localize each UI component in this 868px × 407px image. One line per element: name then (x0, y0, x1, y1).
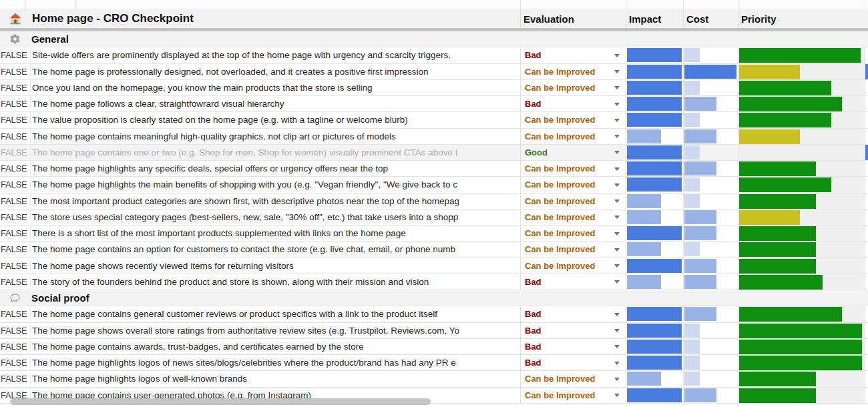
priority-cell[interactable] (738, 112, 865, 127)
impact-cell[interactable] (626, 242, 683, 257)
priority-cell[interactable] (738, 210, 865, 225)
item-text-cell[interactable]: The home page highlights any specific de… (30, 161, 520, 176)
impact-cell[interactable] (626, 388, 683, 403)
evaluation-dropdown[interactable]: Can be Improved (520, 64, 626, 79)
item-text-cell[interactable]: The home page contains meaningful high-q… (30, 129, 520, 144)
impact-cell[interactable] (626, 96, 683, 111)
cost-cell[interactable] (683, 339, 738, 354)
cost-cell[interactable] (683, 274, 738, 290)
impact-cell[interactable] (626, 177, 683, 192)
item-text-cell[interactable]: The home page contains general customer … (30, 306, 520, 322)
evaluation-dropdown[interactable]: Bad (520, 274, 626, 290)
item-text-cell[interactable]: The value proposition is clearly stated … (30, 112, 520, 127)
item-text-cell[interactable]: The home page contains one or two (e.g. … (30, 145, 520, 160)
priority-cell[interactable] (738, 355, 865, 370)
priority-cell[interactable] (738, 161, 865, 176)
evaluation-dropdown[interactable]: Bad (520, 355, 626, 370)
impact-cell[interactable] (626, 112, 683, 127)
item-text-cell[interactable]: The home page is professionally designed… (30, 64, 520, 79)
evaluation-dropdown[interactable]: Can be Improved (520, 210, 626, 225)
impact-cell[interactable] (626, 193, 683, 209)
impact-cell[interactable] (626, 274, 683, 290)
cost-cell[interactable] (683, 258, 738, 274)
item-text-cell[interactable]: The most important product categories ar… (30, 193, 520, 209)
priority-cell[interactable] (738, 64, 865, 79)
evaluation-dropdown[interactable]: Can be Improved (520, 177, 626, 192)
impact-cell[interactable] (626, 306, 683, 322)
item-text-cell[interactable]: There is a short list of the most import… (30, 226, 520, 241)
evaluation-dropdown[interactable]: Can be Improved (520, 80, 626, 95)
checkbox-cell[interactable]: FALSE (0, 129, 30, 144)
priority-cell[interactable] (738, 339, 865, 354)
priority-cell[interactable] (738, 226, 865, 241)
impact-cell[interactable] (626, 339, 683, 354)
evaluation-dropdown[interactable]: Bad (520, 323, 626, 338)
checkbox-cell[interactable]: FALSE (0, 193, 30, 209)
item-text-cell[interactable]: The home page contains awards, trust-bad… (30, 339, 520, 354)
cost-cell[interactable] (683, 112, 738, 127)
priority-cell[interactable] (738, 96, 865, 111)
evaluation-dropdown[interactable]: Good (520, 145, 626, 160)
priority-cell[interactable] (738, 388, 865, 403)
item-text-cell[interactable]: The home page contains an option for cus… (30, 242, 520, 257)
checkbox-cell[interactable]: FALSE (0, 145, 30, 160)
checkbox-cell[interactable]: FALSE (0, 274, 30, 290)
cost-cell[interactable] (683, 226, 738, 241)
checkbox-cell[interactable]: FALSE (0, 258, 30, 274)
priority-cell[interactable] (738, 80, 865, 95)
evaluation-dropdown[interactable]: Can be Improved (520, 388, 626, 403)
checkbox-cell[interactable]: FALSE (0, 339, 30, 354)
checkbox-cell[interactable]: FALSE (0, 306, 30, 322)
checkbox-cell[interactable]: FALSE (0, 371, 30, 386)
priority-cell[interactable] (738, 323, 865, 338)
priority-cell[interactable] (738, 193, 865, 209)
cost-cell[interactable] (683, 80, 738, 95)
evaluation-dropdown[interactable]: Can be Improved (520, 242, 626, 257)
impact-cell[interactable] (626, 64, 683, 79)
priority-cell[interactable] (738, 258, 865, 274)
cost-cell[interactable] (683, 161, 738, 176)
impact-cell[interactable] (626, 371, 683, 386)
checkbox-cell[interactable]: FALSE (0, 112, 30, 127)
evaluation-dropdown[interactable]: Bad (520, 47, 626, 63)
impact-cell[interactable] (626, 47, 683, 63)
checkbox-cell[interactable]: FALSE (0, 47, 30, 63)
checkbox-cell[interactable]: FALSE (0, 64, 30, 79)
checkbox-cell[interactable]: FALSE (0, 323, 30, 338)
item-text-cell[interactable]: The home page shows overall store rating… (30, 323, 520, 338)
item-text-cell[interactable]: Once you land on the homepage, you know … (30, 80, 520, 95)
evaluation-dropdown[interactable]: Can be Improved (520, 129, 626, 144)
cost-cell[interactable] (683, 210, 738, 225)
priority-cell[interactable] (738, 145, 865, 160)
checkbox-cell[interactable]: FALSE (0, 210, 30, 225)
cost-cell[interactable] (683, 47, 738, 63)
cost-cell[interactable] (683, 145, 738, 160)
impact-cell[interactable] (626, 355, 683, 370)
cost-cell[interactable] (683, 323, 738, 338)
horizontal-scrollbar[interactable] (10, 398, 431, 405)
cost-cell[interactable] (683, 64, 738, 79)
impact-cell[interactable] (626, 258, 683, 274)
checkbox-cell[interactable]: FALSE (0, 242, 30, 257)
evaluation-dropdown[interactable]: Can be Improved (520, 112, 626, 127)
cost-cell[interactable] (683, 96, 738, 111)
checkbox-cell[interactable]: FALSE (0, 96, 30, 111)
checkbox-cell[interactable]: FALSE (0, 161, 30, 176)
evaluation-dropdown[interactable]: Bad (520, 306, 626, 322)
item-text-cell[interactable]: The store uses special category pages (b… (30, 210, 520, 225)
cost-cell[interactable] (683, 193, 738, 209)
impact-cell[interactable] (626, 129, 683, 144)
priority-cell[interactable] (738, 129, 865, 144)
evaluation-dropdown[interactable]: Can be Improved (520, 371, 626, 386)
cost-cell[interactable] (683, 371, 738, 386)
impact-cell[interactable] (626, 210, 683, 225)
item-text-cell[interactable]: Site-wide offers are prominently display… (30, 47, 520, 63)
item-text-cell[interactable]: The home page highlights logos of news s… (30, 355, 520, 370)
checkbox-cell[interactable]: FALSE (0, 80, 30, 95)
evaluation-dropdown[interactable]: Can be Improved (520, 226, 626, 241)
priority-cell[interactable] (738, 306, 865, 322)
impact-cell[interactable] (626, 145, 683, 160)
checkbox-cell[interactable]: FALSE (0, 355, 30, 370)
checkbox-cell[interactable]: FALSE (0, 226, 30, 241)
item-text-cell[interactable]: The home page follows a clear, straightf… (30, 96, 520, 111)
